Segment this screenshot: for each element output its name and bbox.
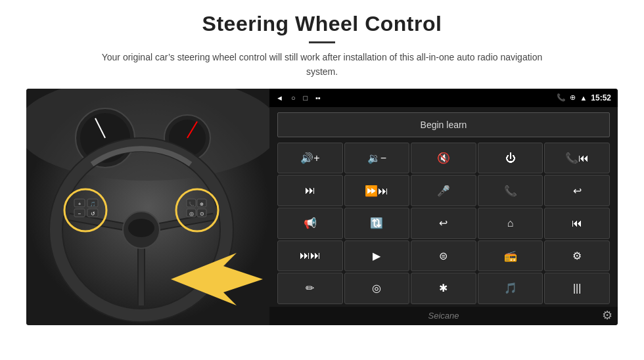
page-title: Steering Wheel Control: [26, 12, 618, 36]
sound-bars-button[interactable]: |||: [544, 273, 610, 304]
skip-fwd-button[interactable]: ⏭⏭: [277, 240, 343, 272]
edit-button[interactable]: ✏: [277, 273, 343, 304]
360-button[interactable]: 🔃: [344, 208, 410, 239]
content-area: + − 🎵 ↺ 📞 ◎ ⊕ ⊙: [26, 89, 618, 325]
svg-text:🎵: 🎵: [90, 201, 96, 207]
bt-button[interactable]: ✱: [411, 273, 476, 304]
svg-text:−: −: [78, 211, 81, 217]
clock: 15:52: [591, 93, 611, 102]
svg-text:⊙: ⊙: [200, 211, 204, 217]
wifi-icon: ▲: [580, 94, 587, 102]
battery-icon: ▪▪: [315, 94, 321, 102]
home-button[interactable]: ⌂: [478, 208, 543, 239]
power-button[interactable]: ⏻: [478, 143, 543, 174]
svg-text:📞: 📞: [189, 201, 195, 207]
svg-text:+: +: [78, 201, 81, 207]
status-bar: ◄ ○ □ ▪▪ 📞 ⊕ ▲ 15:52: [269, 89, 618, 107]
svg-text:⊕: ⊕: [200, 202, 204, 206]
svg-point-17: [128, 219, 154, 237]
play-button[interactable]: ▶: [344, 240, 410, 272]
begin-learn-area: Begin learn: [269, 107, 618, 143]
page-wrapper: Steering Wheel Control Your original car…: [0, 0, 644, 360]
mic-button[interactable]: 🎤: [411, 175, 476, 206]
back-button[interactable]: ↩: [411, 208, 476, 239]
control-grid: 🔊+ 🔉− 🔇 ⏻ 📞⏮ ⏭ ⏩⏭ 🎤 📞 ↩ 📢 🔃 ↩ ⌂ ⏮ ⏭⏭: [269, 143, 618, 307]
svg-text:↺: ↺: [91, 211, 95, 217]
subtitle: Your original car’s steering wheel contr…: [92, 50, 552, 79]
back-nav-icon[interactable]: ◄: [276, 94, 283, 102]
status-right: 📞 ⊕ ▲ 15:52: [557, 93, 611, 102]
eq-button[interactable]: ⚙: [544, 240, 610, 272]
vol-down-button[interactable]: 🔉−: [344, 143, 410, 174]
steering-wheel-image: + − 🎵 ↺ 📞 ◎ ⊕ ⊙: [26, 89, 269, 325]
begin-learn-button[interactable]: Begin learn: [277, 112, 610, 137]
hang-up-button[interactable]: ↩: [544, 175, 610, 206]
location-icon: ⊕: [570, 93, 576, 102]
call-button[interactable]: 📞: [478, 175, 543, 206]
watermark-bar: Seicane ⚙: [269, 307, 618, 325]
next-track-button[interactable]: ⏭: [277, 175, 343, 206]
watermark-text: Seicane: [428, 311, 459, 321]
recent-nav-icon[interactable]: □: [304, 94, 308, 102]
navi-button[interactable]: ◎: [344, 273, 410, 304]
horn-button[interactable]: 📢: [277, 208, 343, 239]
status-left: ◄ ○ □ ▪▪: [276, 94, 321, 102]
home-nav-icon[interactable]: ○: [291, 94, 296, 102]
svg-point-1: [26, 89, 269, 181]
vol-up-button[interactable]: 🔊+: [277, 143, 343, 174]
title-divider: [309, 41, 335, 43]
mute-button[interactable]: 🔇: [411, 143, 476, 174]
radio-button[interactable]: 📻: [478, 240, 543, 272]
call-prev-button[interactable]: 📞⏮: [544, 143, 610, 174]
fast-forward-button[interactable]: ⏩⏭: [344, 175, 410, 206]
gear-icon[interactable]: ⚙: [602, 308, 612, 323]
prev-track-button[interactable]: ⏮: [544, 208, 610, 239]
title-section: Steering Wheel Control Your original car…: [26, 12, 618, 79]
source-button[interactable]: ⊜: [411, 240, 476, 272]
music-settings-button[interactable]: 🎵: [478, 273, 543, 304]
svg-text:◎: ◎: [189, 211, 194, 217]
phone-icon: 📞: [557, 93, 566, 102]
android-screen: ◄ ○ □ ▪▪ 📞 ⊕ ▲ 15:52 Begin learn: [269, 89, 618, 325]
